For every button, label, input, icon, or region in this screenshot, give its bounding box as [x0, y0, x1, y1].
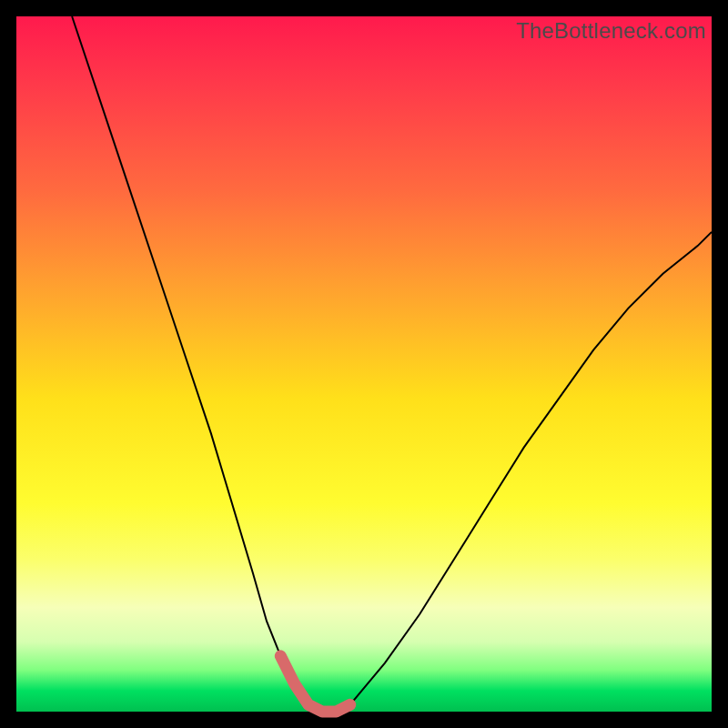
watermark-text: TheBottleneck.com — [516, 18, 706, 44]
curve-svg — [16, 16, 712, 712]
bottleneck-highlight — [280, 656, 349, 712]
chart-frame: TheBottleneck.com — [0, 0, 728, 728]
bottleneck-curve — [72, 16, 712, 712]
